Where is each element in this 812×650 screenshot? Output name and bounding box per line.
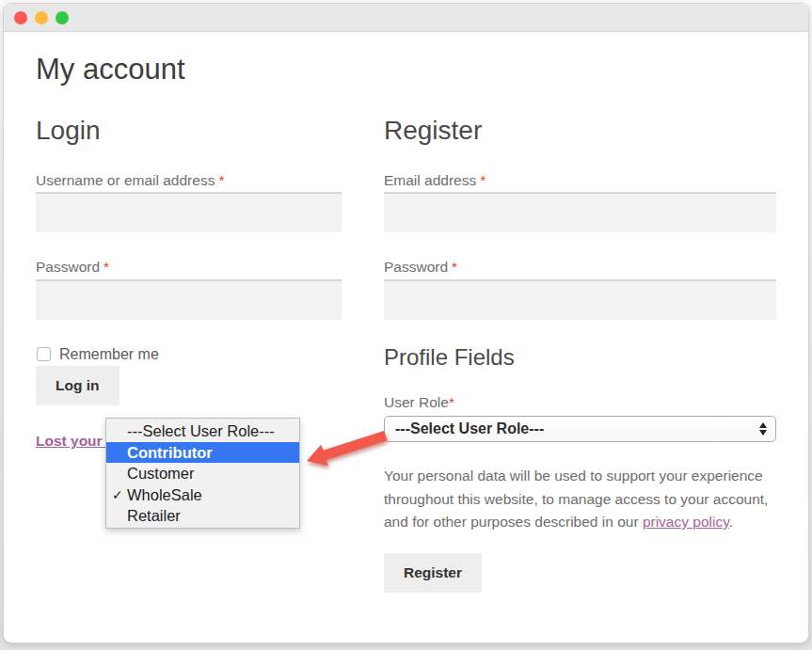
window-titlebar (4, 4, 808, 32)
page-title: My account (36, 53, 185, 87)
privacy-notice: Your personal data will be used to suppo… (384, 465, 783, 534)
privacy-policy-link[interactable]: privacy policy (643, 514, 729, 530)
dropdown-option-wholesale[interactable]: ✓ WholeSale (106, 484, 299, 506)
profile-fields-heading: Profile Fields (384, 344, 515, 371)
dropdown-option-customer[interactable]: Customer (106, 463, 299, 484)
login-password-input[interactable] (36, 279, 342, 320)
user-role-select-value: ---Select User Role--- (385, 420, 544, 437)
required-asterisk: * (103, 259, 109, 275)
user-role-label: User Role* (384, 394, 454, 411)
dropdown-option-contributor[interactable]: Contributor (106, 442, 299, 464)
register-password-input[interactable] (384, 279, 776, 320)
annotation-arrow-icon (303, 429, 391, 474)
minimize-button[interactable] (35, 11, 48, 24)
register-password-label: Password* (384, 259, 457, 276)
dropdown-option-placeholder[interactable]: ---Select User Role--- (106, 420, 299, 442)
email-input[interactable] (384, 192, 776, 232)
register-button[interactable]: Register (384, 553, 482, 593)
close-button[interactable] (14, 11, 27, 24)
zoom-button[interactable] (56, 11, 69, 24)
select-stepper-icon (759, 422, 767, 436)
required-asterisk: * (452, 259, 457, 275)
required-asterisk: * (480, 172, 486, 188)
user-role-select[interactable]: ---Select User Role--- (384, 416, 776, 442)
user-role-dropdown-menu: ---Select User Role--- Contributor Custo… (105, 418, 300, 529)
username-label: Username or email address* (36, 172, 224, 189)
remember-me-label: Remember me (59, 346, 159, 363)
browser-window: My account Login Username or email addre… (3, 3, 809, 643)
username-input[interactable] (36, 192, 342, 232)
login-password-label: Password* (36, 259, 109, 276)
remember-me-checkbox[interactable] (37, 347, 51, 361)
register-heading: Register (384, 116, 482, 146)
login-heading: Login (36, 116, 101, 146)
checkmark-icon: ✓ (112, 484, 123, 506)
log-in-button[interactable]: Log in (36, 366, 119, 405)
required-asterisk: * (218, 172, 224, 188)
dropdown-option-retailer[interactable]: Retailer (106, 505, 299, 527)
required-asterisk: * (449, 394, 454, 410)
email-label: Email address* (384, 172, 486, 189)
